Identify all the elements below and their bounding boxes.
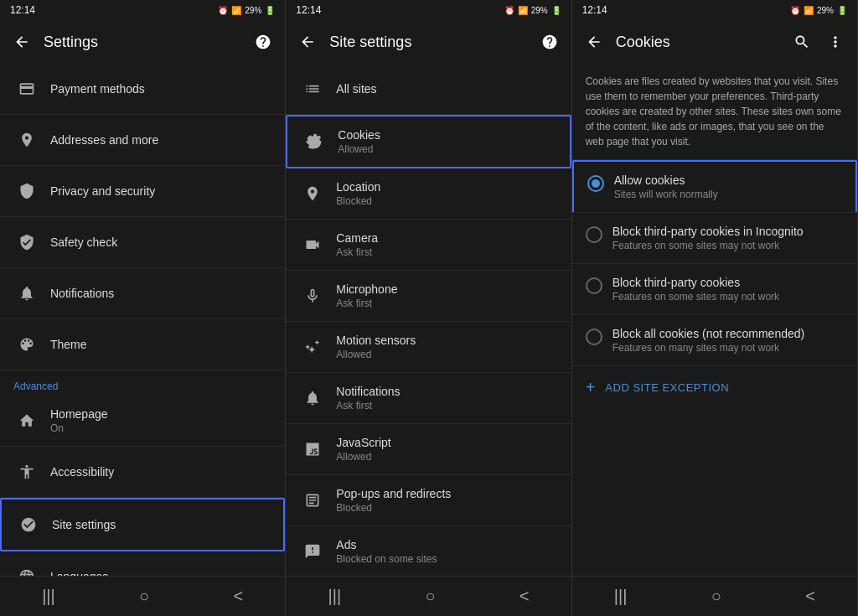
back-button-2[interactable]: [296, 30, 319, 54]
block-third-party-text: Block third-party cookies Features on so…: [612, 276, 779, 303]
languages-text: Languages: [50, 570, 271, 576]
search-button-3[interactable]: [790, 30, 814, 54]
time-3: 12:14: [582, 4, 607, 16]
theme-text: Theme: [50, 338, 271, 351]
status-bar-2: 12:14 ⏰ 📶 29% 🔋: [286, 0, 571, 20]
site-settings-text: Site settings: [52, 518, 270, 531]
list-item-safety-check[interactable]: Safety check: [0, 217, 285, 268]
home-btn-2[interactable]: ○: [408, 580, 452, 613]
list-item-notifications[interactable]: Notifications: [0, 268, 285, 319]
advanced-section-label: Advanced: [0, 370, 285, 396]
homepage-text: Homepage On: [50, 407, 271, 434]
radio-block-incognito-circle: [586, 226, 602, 243]
help-button-2[interactable]: [538, 30, 561, 54]
list-item-cookies-site[interactable]: Cookies Allowed: [286, 115, 571, 168]
recent-btn-1[interactable]: |||: [25, 580, 72, 613]
radio-allow-cookies[interactable]: Allow cookies Sites will work normally: [572, 160, 857, 213]
block-incognito-text: Block third-party cookies in Incognito F…: [612, 225, 804, 251]
all-sites-icon: [299, 75, 326, 102]
back-button-3[interactable]: [582, 30, 606, 54]
add-site-exception-btn[interactable]: + ADD SITE EXCEPTION: [572, 366, 857, 409]
bottom-nav-1: ||| ○ <: [0, 576, 285, 616]
cookies-panel: 12:14 ⏰ 📶 29% 🔋 Cookies Cookies are file…: [572, 0, 858, 616]
radio-allow-cookies-circle: [587, 175, 604, 192]
status-icons-3: ⏰ 📶 29% 🔋: [790, 6, 847, 15]
motion-sensors-icon: [299, 334, 326, 360]
back-button-1[interactable]: [10, 30, 34, 54]
camera-icon: [299, 231, 326, 258]
list-item-motion-sensors[interactable]: Motion sensors Allowed: [286, 322, 571, 373]
help-button-1[interactable]: [251, 30, 275, 54]
addresses-text: Addresses and more: [50, 133, 271, 147]
camera-text: Camera Ask first: [336, 231, 557, 258]
back-btn-3[interactable]: <: [788, 580, 832, 613]
microphone-text: Microphone Ask first: [336, 282, 557, 309]
list-item-site-settings[interactable]: Site settings: [0, 498, 285, 551]
site-settings-panel: 12:14 ⏰ 📶 29% 🔋 Site settings All sites: [286, 0, 571, 616]
panel-title-2: Site settings: [329, 34, 527, 51]
settings-list: Payment methods Addresses and more Priva…: [0, 64, 285, 576]
list-item-javascript[interactable]: JavaScript Allowed: [286, 424, 571, 475]
location-icon: [299, 180, 326, 207]
cookies-site-text: Cookies Allowed: [338, 128, 556, 155]
status-bar-1: 12:14 ⏰ 📶 29% 🔋: [0, 0, 285, 20]
popups-text: Pop-ups and redirects Blocked: [336, 487, 557, 514]
panel-title-3: Cookies: [616, 34, 780, 51]
payment-icon: [13, 75, 40, 102]
recent-btn-2[interactable]: |||: [311, 580, 358, 613]
list-item-payment-methods[interactable]: Payment methods: [0, 64, 285, 115]
status-bar-3: 12:14 ⏰ 📶 29% 🔋: [572, 0, 857, 20]
list-item-camera[interactable]: Camera Ask first: [286, 220, 571, 271]
notifications-icon: [13, 280, 40, 307]
location-text: Location Blocked: [336, 180, 557, 207]
popups-icon: [299, 487, 326, 514]
radio-block-third-party[interactable]: Block third-party cookies Features on so…: [572, 264, 857, 315]
recent-btn-3[interactable]: |||: [597, 580, 644, 613]
home-btn-1[interactable]: ○: [122, 580, 166, 613]
top-bar-3: Cookies: [572, 20, 857, 64]
site-settings-list: All sites Cookies Allowed Location Block…: [286, 64, 571, 576]
list-item-ads[interactable]: Ads Blocked on some sites: [286, 526, 571, 576]
list-item-popups[interactable]: Pop-ups and redirects Blocked: [286, 475, 571, 526]
panel-title-1: Settings: [44, 34, 241, 51]
list-item-theme[interactable]: Theme: [0, 319, 285, 370]
add-exception-label: ADD SITE EXCEPTION: [605, 381, 729, 394]
list-item-privacy[interactable]: Privacy and security: [0, 166, 285, 217]
list-item-accessibility[interactable]: Accessibility: [0, 447, 285, 498]
languages-icon: [13, 563, 40, 576]
theme-icon: [13, 331, 40, 358]
list-item-addresses[interactable]: Addresses and more: [0, 115, 285, 166]
accessibility-text: Accessibility: [50, 465, 271, 479]
settings-panel: 12:14 ⏰ 📶 29% 🔋 Settings Payment methods: [0, 0, 286, 616]
add-exception-icon: +: [586, 378, 596, 397]
microphone-icon: [299, 282, 326, 309]
motion-sensors-text: Motion sensors Allowed: [336, 334, 557, 360]
list-item-all-sites[interactable]: All sites: [286, 64, 571, 115]
more-button-3[interactable]: [824, 30, 847, 54]
cookies-options-list: Cookies are files created by websites th…: [572, 64, 857, 576]
safety-icon: [13, 229, 40, 256]
block-all-text: Block all cookies (not recommended) Feat…: [612, 327, 805, 354]
time-2: 12:14: [296, 4, 321, 16]
list-item-languages[interactable]: Languages: [0, 551, 285, 576]
ads-text: Ads Blocked on some sites: [336, 538, 557, 565]
radio-block-all[interactable]: Block all cookies (not recommended) Feat…: [572, 315, 857, 366]
top-bar-2: Site settings: [286, 20, 571, 64]
list-item-location[interactable]: Location Blocked: [286, 168, 571, 220]
home-btn-3[interactable]: ○: [695, 580, 738, 613]
list-item-microphone[interactable]: Microphone Ask first: [286, 271, 571, 322]
addresses-icon: [13, 127, 40, 153]
site-settings-icon: [15, 511, 42, 538]
radio-block-third-party-circle: [586, 277, 602, 294]
safety-text: Safety check: [50, 236, 271, 249]
radio-block-incognito[interactable]: Block third-party cookies in Incognito F…: [572, 213, 857, 264]
list-item-notifications-site[interactable]: Notifications Ask first: [286, 373, 571, 424]
back-btn-1[interactable]: <: [216, 580, 260, 613]
time-1: 12:14: [10, 4, 35, 16]
privacy-text: Privacy and security: [50, 184, 271, 198]
list-item-homepage[interactable]: Homepage On: [0, 396, 285, 447]
javascript-icon: [299, 436, 326, 463]
notifications-site-icon: [299, 385, 326, 412]
back-btn-2[interactable]: <: [503, 580, 546, 613]
all-sites-text: All sites: [336, 82, 557, 96]
